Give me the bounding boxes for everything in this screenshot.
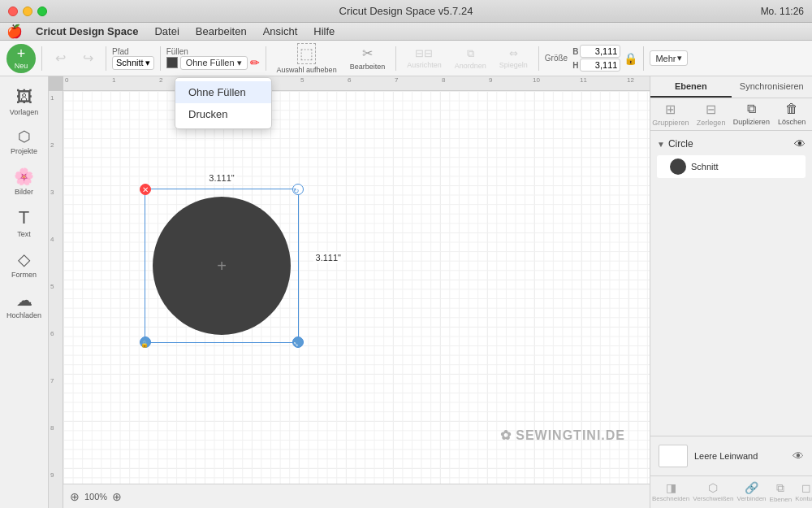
align-icon: ⊟⊟ (415, 47, 433, 59)
layer-group-header[interactable]: ▼ Circle 👁 (657, 134, 806, 154)
edit-button[interactable]: ✂ Bearbeiten (345, 44, 391, 72)
circle-shape[interactable]: + (153, 197, 291, 335)
handle-rotate[interactable]: ↻ (292, 184, 304, 195)
view-menu-item[interactable]: Ansicht (257, 24, 304, 39)
handle-resize[interactable]: ⤡ (292, 336, 304, 348)
fill-option-none[interactable]: Ohne Füllen (175, 81, 271, 103)
deselect-button[interactable]: ⬚ Auswahl aufheben (272, 41, 342, 76)
split-button[interactable]: ⊟ Zerlegen (691, 98, 732, 130)
chevron-down-icon: ▼ (657, 140, 665, 149)
fill-value: Ohne Füllen (186, 58, 235, 67)
divider-4 (266, 46, 266, 71)
titlebar: Cricut Design Space v5.7.24 Mo. 11:26 (0, 0, 812, 23)
ruler-mark-12: 12 (627, 76, 634, 84)
delete-label: Löschen (778, 118, 806, 126)
ruler-left-mark-5: 5 (50, 283, 54, 290)
minimize-button[interactable] (23, 7, 32, 16)
visibility-eye-icon[interactable]: 👁 (794, 137, 806, 150)
divider-1 (41, 46, 42, 71)
maximize-button[interactable] (37, 7, 47, 16)
zoom-out-button[interactable]: ⊕ (70, 490, 80, 503)
connect-label: Verbinden (737, 495, 767, 502)
kontour-button[interactable]: ◻ Kontu... (793, 480, 812, 505)
lock-icon: 🔒 (624, 52, 637, 65)
sidebar-item-bilder[interactable]: 🌸 Bilder (3, 162, 45, 201)
sidebar-item-projekte[interactable]: ⬡ Projekte (3, 123, 45, 160)
shapes-icon: ◇ (18, 250, 30, 269)
height-input[interactable] (580, 59, 620, 72)
fill-option-print[interactable]: Drucken (175, 103, 271, 125)
connect-icon: 🔗 (745, 481, 758, 494)
group-button[interactable]: ⊞ Gruppieren (650, 98, 691, 130)
handle-delete[interactable]: ✕ (140, 184, 151, 195)
sidebar-item-text[interactable]: T Text (3, 202, 45, 243)
undo-button[interactable]: ↩ (48, 49, 72, 67)
fill-label: Füllen (166, 47, 260, 56)
file-menu-item[interactable]: Datei (148, 24, 185, 39)
ebenen-button[interactable]: ⧉ Ebenen (768, 480, 794, 505)
sidebar-item-hochladen[interactable]: ☁ Hochladen (3, 285, 45, 324)
path-dropdown[interactable]: Schnitt ▾ (112, 56, 154, 70)
measure-height-label: 3.111" (313, 252, 343, 263)
arrange-button[interactable]: ⧉ Anordnen (450, 46, 491, 72)
redo-button[interactable]: ↪ (76, 49, 100, 67)
panel-tabs: Ebenen Synchronisieren (650, 76, 812, 98)
new-button[interactable]: + Neu (6, 44, 36, 73)
upload-icon: ☁ (16, 290, 32, 310)
weld-button[interactable]: ⬡ Verschweißen (691, 480, 735, 505)
sidebar-item-formen[interactable]: ◇ Formen (3, 245, 45, 284)
layer-item-label: Schnitt (691, 162, 719, 172)
connect-button[interactable]: 🔗 Verbinden (736, 480, 768, 505)
mirror-button[interactable]: ⇔ Spiegeln (495, 46, 533, 71)
projects-icon: ⬡ (18, 128, 31, 145)
deselect-icon: ⬚ (297, 43, 316, 64)
canvas-eye-icon[interactable]: 👁 (793, 449, 804, 462)
app-menu-item[interactable]: Cricut Design Space (29, 24, 145, 39)
sidebar-item-vorlagen[interactable]: 🖼 Vorlagen (3, 83, 45, 121)
duplicate-button[interactable]: ⧉ Duplizieren (732, 98, 772, 130)
tab-sync[interactable]: Synchronisieren (732, 76, 813, 98)
canvas-content[interactable]: 3.111" 3.111" ✕ ↻ 🔒 ⤡ (63, 91, 650, 484)
more-button[interactable]: Mehr ▾ (650, 50, 688, 66)
more-label: Mehr (655, 54, 676, 63)
chevron-down-icon: ▾ (237, 58, 242, 68)
intersect-button[interactable]: ◨ Beschneiden (650, 480, 691, 505)
weld-label: Verschweißen (693, 495, 733, 502)
tab-layers[interactable]: Ebenen (650, 76, 732, 98)
divider-6 (538, 46, 539, 71)
apple-icon: 🍎 (6, 24, 23, 39)
layer-group-circle: ▼ Circle 👁 Schnitt (650, 131, 812, 183)
width-label: B (572, 47, 578, 56)
delete-button[interactable]: 🗑 Löschen (771, 98, 812, 130)
duplicate-label: Duplizieren (733, 118, 770, 126)
path-label: Pfad (112, 47, 154, 56)
ruler-left-mark-8: 8 (50, 424, 54, 432)
align-label: Ausrichten (407, 61, 442, 69)
sidebar-label-vorlagen: Vorlagen (10, 108, 39, 116)
help-menu-item[interactable]: Hilfe (307, 24, 341, 39)
layer-item-schnitt[interactable]: Schnitt (657, 155, 806, 178)
shape-container[interactable]: 3.111" 3.111" ✕ ↻ 🔒 ⤡ (145, 172, 299, 343)
ruler-mark-5: 5 (300, 76, 304, 84)
ruler-mark-11: 11 (580, 76, 587, 84)
split-icon: ⊟ (706, 102, 716, 117)
layers-list: ▼ Circle 👁 Schnitt (650, 131, 812, 436)
zoom-in-button[interactable]: ⊕ (112, 490, 122, 503)
align-button[interactable]: ⊟⊟ Ausrichten (402, 46, 447, 71)
layer-group-name: Circle (668, 138, 693, 150)
ruler-mark-9: 9 (489, 76, 492, 84)
edit-menu-item[interactable]: Bearbeiten (189, 24, 253, 39)
fill-color-swatch[interactable] (166, 57, 178, 68)
ruler-mark-1: 1 (112, 76, 115, 84)
main-content: 🖼 Vorlagen ⬡ Projekte 🌸 Bilder T Text ◇ … (0, 76, 812, 508)
canvas-area[interactable]: 0 1 2 3 4 5 6 7 8 9 10 11 12 1 2 3 4 (49, 76, 650, 508)
layer-color-swatch (670, 158, 686, 175)
ruler-mark-10: 10 (533, 76, 540, 84)
handle-lock[interactable]: 🔒 (140, 336, 151, 348)
close-button[interactable] (8, 7, 18, 16)
fill-dropdown-button[interactable]: Ohne Füllen ▾ (180, 56, 248, 70)
path-section: Pfad Schnitt ▾ (112, 47, 154, 70)
mirror-icon: ⇔ (509, 47, 518, 59)
ruler-left-mark-9: 9 (50, 471, 54, 479)
width-input[interactable] (580, 45, 620, 58)
